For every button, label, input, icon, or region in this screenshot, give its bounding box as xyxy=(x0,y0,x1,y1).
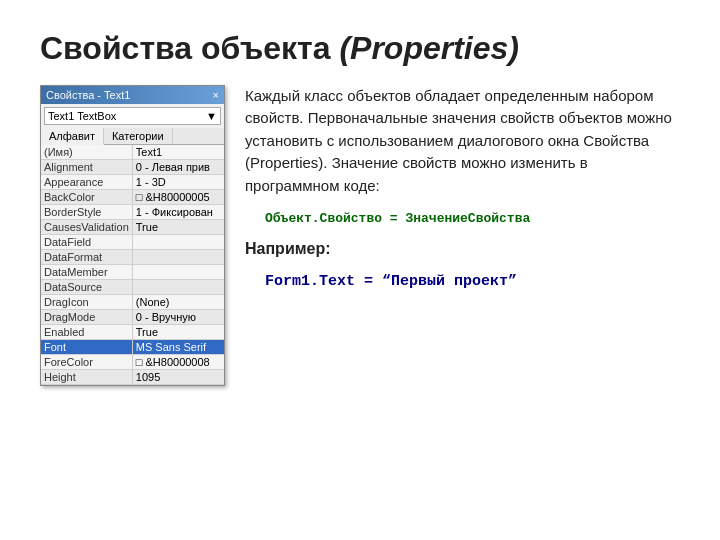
table-row[interactable]: FontMS Sans Serif xyxy=(41,339,224,354)
panel-tabs: Алфавит Категории xyxy=(41,128,224,145)
table-row[interactable]: Alignment0 - Левая прив xyxy=(41,159,224,174)
property-name: DragIcon xyxy=(41,294,132,309)
property-value: (None) xyxy=(132,294,224,309)
property-name: BorderStyle xyxy=(41,204,132,219)
property-name: Index xyxy=(41,384,132,385)
text-content: Каждый класс объектов обладает определен… xyxy=(245,85,680,294)
property-value xyxy=(132,234,224,249)
code-block-2: Form1.Text = “Первый проект” xyxy=(265,271,680,294)
panel-dropdown[interactable]: Text1 TextBox ▼ xyxy=(44,107,221,125)
table-row[interactable]: (Имя)Text1 xyxy=(41,145,224,160)
content-area: Свойства - Text1 × Text1 TextBox ▼ Алфав… xyxy=(40,85,680,386)
table-row[interactable]: DataField xyxy=(41,234,224,249)
table-row[interactable]: DataSource xyxy=(41,279,224,294)
tab-alphabet[interactable]: Алфавит xyxy=(41,128,104,145)
panel-titlebar: Свойства - Text1 × xyxy=(41,86,224,104)
property-value: □ &H80000005 xyxy=(132,189,224,204)
properties-panel: Свойства - Text1 × Text1 TextBox ▼ Алфав… xyxy=(40,85,225,386)
dropdown-value: Text1 TextBox xyxy=(48,110,116,122)
table-row[interactable]: EnabledTrue xyxy=(41,324,224,339)
property-value: □ &H80000008 xyxy=(132,354,224,369)
property-value: 0 - Вручную xyxy=(132,309,224,324)
panel-title: Свойства - Text1 xyxy=(46,89,130,101)
property-name: Enabled xyxy=(41,324,132,339)
property-value: True xyxy=(132,324,224,339)
property-value: Text1 xyxy=(132,145,224,160)
example-label: Например: xyxy=(245,237,680,261)
property-name: ForeColor xyxy=(41,354,132,369)
property-value xyxy=(132,384,224,385)
property-name: (Имя) xyxy=(41,145,132,160)
properties-table: (Имя)Text1Alignment0 - Левая привAppeara… xyxy=(41,145,224,385)
property-value: MS Sans Serif xyxy=(132,339,224,354)
table-row[interactable]: BackColor□ &H80000005 xyxy=(41,189,224,204)
table-row[interactable]: Appearance1 - 3D xyxy=(41,174,224,189)
slide: Свойства объекта (Properties) Свойства -… xyxy=(0,0,720,540)
table-row[interactable]: DataFormat xyxy=(41,249,224,264)
properties-table-wrapper: (Имя)Text1Alignment0 - Левая привAppeara… xyxy=(41,145,224,385)
table-row[interactable]: BorderStyle1 - Фиксирован xyxy=(41,204,224,219)
table-row[interactable]: Index xyxy=(41,384,224,385)
property-value: 1095 xyxy=(132,369,224,384)
property-name: Alignment xyxy=(41,159,132,174)
body-paragraph: Каждый класс объектов обладает определен… xyxy=(245,85,680,198)
property-name: DragMode xyxy=(41,309,132,324)
title-main: Свойства объекта xyxy=(40,30,339,66)
table-row[interactable]: DataMember xyxy=(41,264,224,279)
chevron-down-icon: ▼ xyxy=(206,110,217,122)
property-value xyxy=(132,249,224,264)
property-name: Font xyxy=(41,339,132,354)
property-name: CausesValidation xyxy=(41,219,132,234)
table-row[interactable]: ForeColor□ &H80000008 xyxy=(41,354,224,369)
table-row[interactable]: DragIcon(None) xyxy=(41,294,224,309)
property-name: DataMember xyxy=(41,264,132,279)
property-name: DataFormat xyxy=(41,249,132,264)
tab-categories[interactable]: Категории xyxy=(104,128,173,144)
property-name: DataField xyxy=(41,234,132,249)
table-row[interactable]: Height1095 xyxy=(41,369,224,384)
table-row[interactable]: CausesValidationTrue xyxy=(41,219,224,234)
property-value: 1 - 3D xyxy=(132,174,224,189)
property-name: BackColor xyxy=(41,189,132,204)
property-value xyxy=(132,279,224,294)
code-block-1: Объект.Свойство = ЗначениеСвойства xyxy=(265,209,680,229)
properties-panel-wrapper: Свойства - Text1 × Text1 TextBox ▼ Алфав… xyxy=(40,85,225,386)
property-name: Height xyxy=(41,369,132,384)
slide-title: Свойства объекта (Properties) xyxy=(40,30,680,67)
property-value xyxy=(132,264,224,279)
close-icon[interactable]: × xyxy=(213,89,219,101)
property-value: 0 - Левая прив xyxy=(132,159,224,174)
title-italic: (Properties) xyxy=(339,30,519,66)
property-name: DataSource xyxy=(41,279,132,294)
table-row[interactable]: DragMode0 - Вручную xyxy=(41,309,224,324)
property-name: Appearance xyxy=(41,174,132,189)
property-value: 1 - Фиксирован xyxy=(132,204,224,219)
property-value: True xyxy=(132,219,224,234)
